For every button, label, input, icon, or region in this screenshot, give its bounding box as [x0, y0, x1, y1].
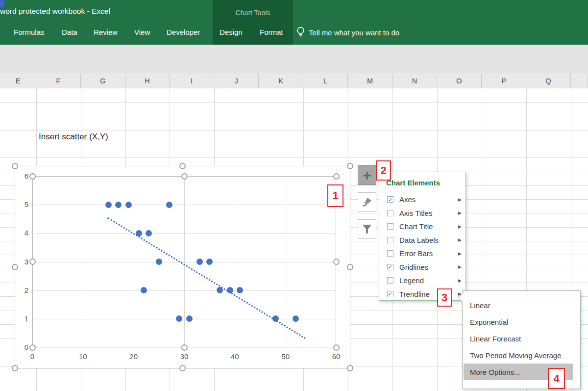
checkbox-unchecked[interactable] — [387, 250, 393, 257]
y-tick-label: 0 — [13, 343, 28, 351]
plot-selection-handle[interactable] — [181, 344, 188, 351]
submenu-item-exponential[interactable]: Exponential — [463, 313, 580, 330]
column-header-I[interactable]: I — [170, 74, 214, 88]
chart-styles-button[interactable] — [358, 192, 376, 212]
column-header-H[interactable]: H — [125, 74, 170, 88]
ribbon-tab-developer[interactable]: Developer — [167, 28, 200, 36]
window-title: word protected workbook - Excel — [0, 7, 110, 16]
column-header-G[interactable]: G — [81, 74, 125, 88]
chart-element-item-legend[interactable]: Legend▶ — [379, 274, 466, 287]
gridline — [0, 102, 588, 103]
column-header-partial — [571, 74, 588, 88]
chart-element-item-gridlines[interactable]: ✓Gridlines▶ — [379, 261, 466, 274]
chart-element-label: Chart Title — [399, 222, 433, 231]
submenu-item-linear-forecast[interactable]: Linear Forecast — [463, 330, 580, 347]
formula-bar: ▾ ⋮ ✕ ✓ fx — [0, 45, 588, 74]
chart-gridline — [286, 176, 286, 347]
annotation-step-2: 2 — [376, 160, 391, 181]
data-point — [141, 287, 147, 293]
data-point — [156, 259, 162, 265]
y-tick-label: 4 — [13, 229, 28, 237]
chart-element-item-axes[interactable]: ✓Axes▶ — [379, 193, 466, 207]
chart-element-item-error-bars[interactable]: Error Bars▶ — [379, 247, 466, 261]
ribbon-tab-design[interactable]: Design — [220, 28, 243, 36]
chart-selection-handle[interactable] — [179, 365, 186, 371]
submenu-arrow-icon[interactable]: ▶ — [458, 278, 462, 283]
cell-text[interactable]: Insert scatter (X,Y) — [39, 132, 108, 142]
plus-icon: + — [363, 168, 371, 183]
ribbon-tab-format[interactable]: Format — [260, 28, 283, 36]
plot-selection-handle[interactable] — [29, 344, 36, 351]
checkbox-checked[interactable]: ✓ — [387, 196, 393, 203]
chart-element-item-axis-titles[interactable]: Axis Titles▶ — [379, 207, 466, 220]
plot-selection-handle[interactable] — [181, 173, 188, 180]
submenu-item-linear[interactable]: Linear — [463, 297, 580, 313]
checkbox-unchecked[interactable] — [387, 210, 393, 216]
data-point — [125, 202, 132, 208]
chart-selection-handle[interactable] — [347, 365, 353, 371]
column-header-P[interactable]: P — [482, 74, 526, 88]
column-header-L[interactable]: L — [303, 74, 348, 88]
ribbon-tab-view[interactable]: View — [134, 28, 150, 36]
checkbox-unchecked[interactable] — [387, 277, 393, 284]
y-tick-label: 6 — [13, 172, 28, 180]
tell-me-box[interactable]: Tell me what you want to do — [296, 26, 399, 39]
data-point — [227, 287, 233, 293]
plot-selection-handle[interactable] — [29, 173, 36, 180]
checkbox-unchecked[interactable] — [387, 223, 393, 230]
column-header-F[interactable]: F — [36, 74, 81, 88]
submenu-arrow-icon[interactable]: ▶ — [458, 224, 462, 229]
chart-element-label: Trendline — [399, 290, 430, 298]
chart-gridline — [134, 176, 134, 347]
chart-tools-label: Chart Tools — [213, 9, 293, 17]
chart-filters-button[interactable] — [358, 219, 376, 239]
x-tick-label: 20 — [123, 352, 145, 361]
column-header-N[interactable]: N — [392, 74, 437, 88]
chart-element-item-trendline[interactable]: ✓Trendline▶ — [379, 287, 466, 301]
quick-access-icon-fragment — [0, 0, 4, 7]
column-header-M[interactable]: M — [348, 74, 392, 88]
y-tick-label: 5 — [13, 200, 28, 209]
chart-selection-handle[interactable] — [12, 163, 18, 169]
data-point — [272, 315, 279, 322]
column-header-Q[interactable]: Q — [526, 74, 571, 88]
gridline — [0, 157, 588, 158]
chart-selection-handle[interactable] — [347, 163, 353, 169]
column-header-O[interactable]: O — [437, 74, 482, 88]
chart-selection-handle[interactable] — [12, 264, 18, 270]
submenu-item-two-period-moving-average[interactable]: Two Period Moving Average — [463, 347, 580, 364]
column-header-K[interactable]: K — [259, 74, 303, 88]
checkbox-unchecked[interactable] — [387, 237, 393, 243]
ribbon-tab-review[interactable]: Review — [94, 28, 118, 36]
data-point — [105, 202, 112, 208]
x-tick-label: 60 — [325, 352, 347, 361]
chart-elements-list: ✓Axes▶Axis Titles▶Chart Title▶Data Label… — [379, 193, 466, 301]
ribbon-tab-data[interactable]: Data — [62, 28, 77, 36]
plot-selection-handle[interactable] — [29, 259, 36, 265]
chart-elements-button[interactable]: + — [358, 165, 376, 185]
chart-selection-handle[interactable] — [12, 365, 18, 371]
checkbox-checked[interactable]: ✓ — [387, 291, 393, 297]
chart-element-item-chart-title[interactable]: Chart Title▶ — [379, 220, 466, 234]
column-headers: EFGHIJKLMNOPQ — [0, 74, 588, 88]
data-point — [217, 287, 223, 293]
checkbox-checked[interactable]: ✓ — [387, 264, 393, 270]
chart-selection-handle[interactable] — [347, 264, 353, 270]
gridline — [0, 116, 588, 116]
submenu-arrow-icon[interactable]: ▶ — [458, 251, 462, 256]
chart-element-label: Data Labels — [399, 236, 439, 244]
submenu-arrow-icon[interactable]: ▶ — [458, 197, 462, 202]
submenu-arrow-icon[interactable]: ▶ — [458, 237, 462, 242]
column-header-E[interactable]: E — [0, 74, 36, 88]
plot-selection-handle[interactable] — [333, 259, 340, 265]
column-header-J[interactable]: J — [214, 74, 259, 88]
y-tick-label: 2 — [13, 286, 28, 294]
submenu-arrow-icon[interactable]: ▶ — [458, 264, 462, 269]
plot-selection-handle[interactable] — [333, 344, 340, 351]
chart-selection-handle[interactable] — [179, 163, 186, 169]
chart-element-label: Gridlines — [399, 263, 428, 271]
ribbon-tab-formulas[interactable]: Formulas — [14, 28, 45, 36]
chart-element-item-data-labels[interactable]: Data Labels▶ — [379, 234, 466, 247]
plot-selection-handle[interactable] — [333, 173, 340, 180]
submenu-arrow-icon[interactable]: ▶ — [458, 210, 462, 215]
